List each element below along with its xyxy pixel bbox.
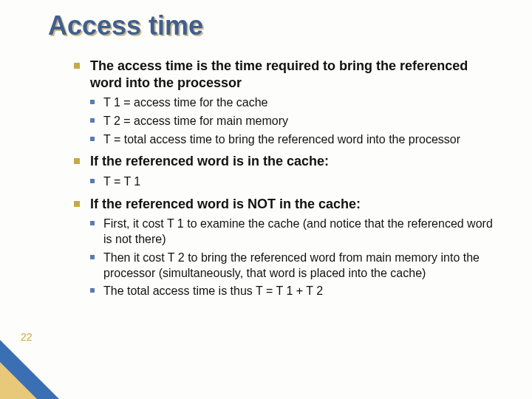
bullet-level1: The access time is the time required to … bbox=[74, 58, 502, 91]
bullet-level2: T 1 = access time for the cache bbox=[90, 95, 502, 111]
bullet-sublist: First, it cost T 1 to examine the cache … bbox=[90, 216, 502, 299]
bullet-level1: If the referenced word is NOT in the cac… bbox=[74, 196, 502, 213]
bullet-level2: T 2 = access time for main memory bbox=[90, 114, 502, 129]
bullet-level2: First, it cost T 1 to examine the cache … bbox=[90, 216, 502, 248]
bullet-sublist: T 1 = access time for the cache T 2 = ac… bbox=[90, 95, 502, 147]
bullet-level2: Then it cost T 2 to bring the referenced… bbox=[90, 250, 502, 282]
bullet-sublist: T = T 1 bbox=[90, 174, 502, 190]
slide-title: Access time bbox=[48, 10, 203, 41]
page-number: 22 bbox=[21, 331, 33, 343]
bullet-level2: T = T 1 bbox=[90, 174, 502, 190]
corner-decoration-inner bbox=[0, 362, 37, 399]
bullet-level2: The total access time is thus T = T 1 + … bbox=[90, 284, 502, 299]
bullet-level2: T = total access time to bring the refer… bbox=[90, 132, 502, 148]
slide-content: The access time is the time required to … bbox=[74, 58, 502, 305]
bullet-level1: If the referenced word is in the cache: bbox=[74, 153, 502, 170]
